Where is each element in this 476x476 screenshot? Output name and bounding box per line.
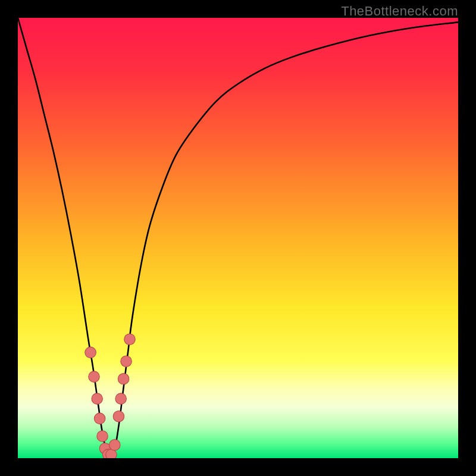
highlight-point <box>118 374 129 385</box>
highlight-point <box>92 393 103 405</box>
highlight-point <box>115 393 127 405</box>
chart-canvas <box>18 18 458 458</box>
watermark-label: TheBottleneck.com <box>341 4 458 19</box>
plot-area <box>18 18 458 458</box>
highlight-point <box>94 413 105 424</box>
highlight-point <box>121 356 132 367</box>
highlight-point <box>97 431 108 442</box>
bottleneck-curve <box>18 18 458 458</box>
highlight-point <box>109 440 121 451</box>
highlight-point <box>85 347 96 358</box>
highlight-point <box>89 371 100 383</box>
chart-frame: TheBottleneck.com <box>0 0 476 476</box>
highlight-point <box>124 334 136 345</box>
highlight-point <box>113 411 124 422</box>
